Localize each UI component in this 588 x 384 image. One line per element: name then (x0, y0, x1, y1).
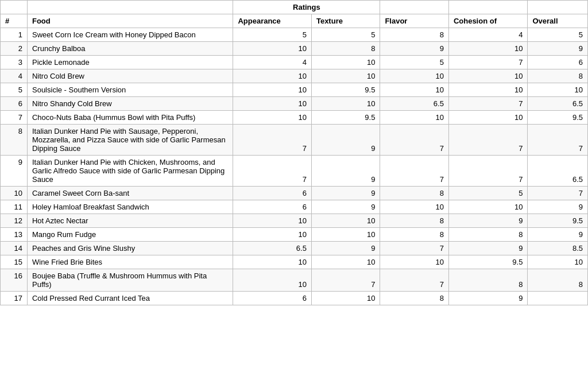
cell-food-name: Italian Dunker Hand Pie with Sausage, Pe… (27, 125, 233, 156)
cell-appearance: 10 (233, 269, 312, 292)
cell-overall: 9.5 (528, 214, 588, 228)
cell-appearance: 10 (233, 69, 312, 83)
cell-texture: 9.5 (311, 111, 380, 125)
cell-texture: 10 (311, 97, 380, 111)
cell-row-num: 5 (1, 83, 28, 97)
cell-row-num: 11 (1, 200, 28, 214)
cell-row-num: 2 (1, 42, 28, 56)
cell-texture: 9 (311, 242, 380, 255)
cell-overall: 8.5 (528, 242, 588, 255)
table-row: 7Choco-Nuts Baba (Hummus Bowl with Pita … (1, 111, 588, 125)
cell-cohesion: 7 (448, 156, 528, 187)
cell-flavor: 5 (380, 56, 448, 69)
table-row: 12Hot Aztec Nectar1010899.5 (1, 214, 588, 228)
cell-food-name: Sweet Corn Ice Cream with Honey Dipped B… (27, 28, 233, 42)
table-row: 11Holey Hamloaf Breakfast Sandwich691010… (1, 200, 588, 214)
cell-food-name: Holey Hamloaf Breakfast Sandwich (27, 200, 233, 214)
cell-row-num: 12 (1, 214, 28, 228)
cell-cohesion: 10 (448, 200, 528, 214)
cell-overall: 6.5 (528, 156, 588, 187)
cell-cohesion: 10 (448, 83, 528, 97)
cell-food-name: Choco-Nuts Baba (Hummus Bowl with Pita P… (27, 111, 233, 125)
table-row: 13Mango Rum Fudge1010889 (1, 228, 588, 242)
table-body: 1Sweet Corn Ice Cream with Honey Dipped … (1, 28, 588, 305)
cell-food-name: Nitro Cold Brew (27, 69, 233, 83)
table-row: 4Nitro Cold Brew101010108 (1, 69, 588, 83)
cell-flavor: 7 (380, 269, 448, 292)
cell-overall: 7 (528, 125, 588, 156)
cell-texture: 9 (311, 187, 380, 200)
col-header-flavor-blank (380, 1, 448, 14)
cell-flavor: 9 (380, 42, 448, 56)
cell-row-num: 6 (1, 97, 28, 111)
cell-overall: 5 (528, 28, 588, 42)
cell-overall: 6.5 (528, 97, 588, 111)
cell-food-name: Cold Pressed Red Currant Iced Tea (27, 292, 233, 305)
cell-cohesion: 10 (448, 42, 528, 56)
cell-appearance: 6 (233, 187, 312, 200)
col-header-num-label: # (1, 14, 28, 28)
cell-cohesion: 7 (448, 97, 528, 111)
cell-appearance: 10 (233, 214, 312, 228)
cell-cohesion: 10 (448, 69, 528, 83)
cell-cohesion: 7 (448, 125, 528, 156)
cell-overall: 7 (528, 187, 588, 200)
cell-texture: 7 (311, 269, 380, 292)
cell-appearance: 7 (233, 125, 312, 156)
cell-food-name: Caramel Sweet Corn Ba-sant (27, 187, 233, 200)
cell-cohesion: 7 (448, 56, 528, 69)
cell-row-num: 7 (1, 111, 28, 125)
col-header-food-blank (27, 1, 233, 14)
table-row: 9Italian Dunker Hand Pie with Chicken, M… (1, 156, 588, 187)
cell-texture: 9.5 (311, 83, 380, 97)
cell-row-num: 1 (1, 28, 28, 42)
cell-cohesion: 9.5 (448, 255, 528, 269)
cell-appearance: 4 (233, 56, 312, 69)
cell-texture: 10 (311, 228, 380, 242)
cell-row-num: 16 (1, 269, 28, 292)
cell-food-name: Crunchy Balboa (27, 42, 233, 56)
cell-food-name: Mango Rum Fudge (27, 228, 233, 242)
cell-texture: 10 (311, 69, 380, 83)
table-row: 5Soulsicle - Southern Version109.5101010 (1, 83, 588, 97)
cell-flavor: 7 (380, 242, 448, 255)
col-header-cohesion-blank (448, 1, 528, 14)
cell-cohesion: 9 (448, 214, 528, 228)
col-header-cohesion-label: Cohesion of (448, 14, 528, 28)
cell-food-name: Nitro Shandy Cold Brew (27, 97, 233, 111)
cell-overall: 10 (528, 83, 588, 97)
cell-food-name: Boujee Baba (Truffle & Mushroom Hummus w… (27, 269, 233, 292)
cell-flavor: 7 (380, 156, 448, 187)
cell-overall: 6 (528, 56, 588, 69)
cell-texture: 9 (311, 156, 380, 187)
col-header-ratings-group: Ratings (233, 1, 380, 14)
cell-flavor: 6.5 (380, 97, 448, 111)
cell-row-num: 8 (1, 125, 28, 156)
cell-texture: 10 (311, 56, 380, 69)
col-header-num (1, 1, 28, 14)
header-row-labels: # Food Appearance Texture Flavor Cohesio… (1, 14, 588, 28)
cell-cohesion: 8 (448, 269, 528, 292)
cell-row-num: 13 (1, 228, 28, 242)
cell-appearance: 7 (233, 156, 312, 187)
cell-row-num: 10 (1, 187, 28, 200)
cell-appearance: 6.5 (233, 242, 312, 255)
table-row: 1Sweet Corn Ice Cream with Honey Dipped … (1, 28, 588, 42)
cell-cohesion: 8 (448, 228, 528, 242)
table-container: Ratings # Food Appearance Texture Flavor… (0, 0, 588, 305)
cell-texture: 10 (311, 255, 380, 269)
table-row: 2Crunchy Balboa1089109 (1, 42, 588, 56)
cell-texture: 10 (311, 292, 380, 305)
cell-row-num: 17 (1, 292, 28, 305)
table-row: 16Boujee Baba (Truffle & Mushroom Hummus… (1, 269, 588, 292)
cell-flavor: 8 (380, 187, 448, 200)
cell-appearance: 6 (233, 292, 312, 305)
cell-flavor: 10 (380, 69, 448, 83)
cell-appearance: 5 (233, 28, 312, 42)
cell-texture: 10 (311, 214, 380, 228)
table-row: 3Pickle Lemonade410576 (1, 56, 588, 69)
table-row: 6Nitro Shandy Cold Brew10106.576.5 (1, 97, 588, 111)
cell-flavor: 8 (380, 214, 448, 228)
table-row: 8Italian Dunker Hand Pie with Sausage, P… (1, 125, 588, 156)
cell-flavor: 8 (380, 292, 448, 305)
